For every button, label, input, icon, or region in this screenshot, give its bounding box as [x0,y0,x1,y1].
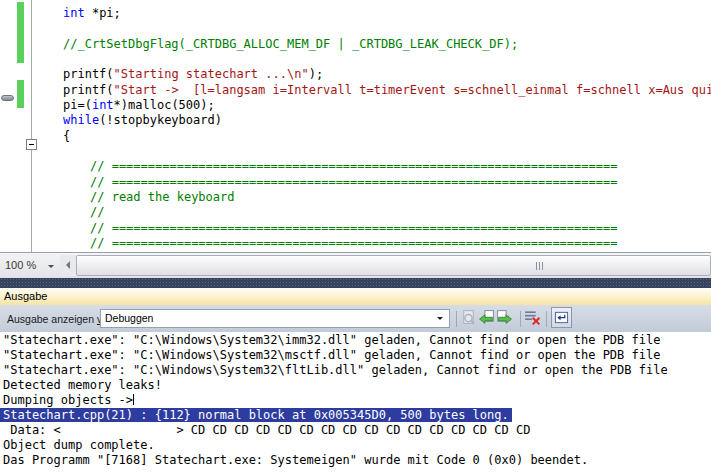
code-line[interactable]: // [63,205,711,220]
next-message-button[interactable] [496,309,513,326]
code-line[interactable]: // =====================================… [63,221,711,236]
scrollbar-grip-icon [536,262,543,270]
code-line[interactable]: pi=(int*)malloc(500); [63,98,711,113]
find-message-icon [460,309,477,326]
horizontal-scrollbar[interactable] [60,255,711,276]
output-panel-title: Ausgabe [4,290,47,302]
text-caret [133,394,134,405]
zoom-level-value: 100 % [5,259,36,271]
combobox-dropdown-icon[interactable] [434,311,448,326]
previous-message-button[interactable] [478,309,495,326]
zoom-level-select[interactable]: 100 % [0,254,58,277]
code-line[interactable]: int *pi; [63,6,711,21]
code-line[interactable]: while(!stopbykeyboard) [63,113,711,128]
output-line[interactable]: Statechart.cpp(21) : {112} normal block … [0,408,711,423]
word-wrap-toggle-button[interactable] [551,307,572,328]
code-line[interactable]: printf("Starting statechart ...\n"); [63,67,711,82]
code-editor[interactable]: int *pi;//_CrtSetDbgFlag(_CRTDBG_ALLOC_M… [0,0,711,252]
find-message-button [460,309,477,326]
breakpoint-margin-marker-icon [1,95,14,101]
toolbar-separator [546,311,547,327]
toolbar-separator [456,311,457,327]
output-line[interactable]: Data: < > CD CD CD CD CD CD CD CD CD CD … [0,423,711,438]
toolbar-separator [520,311,521,327]
code-line[interactable] [63,144,711,159]
output-line[interactable]: "Statechart.exe": "C:\Windows\System32\f… [0,363,711,378]
output-text-area: "Statechart.exe": "C:\Windows\System32\i… [0,332,711,472]
output-line[interactable]: Detected memory leaks! [0,378,711,393]
code-lines: int *pi;//_CrtSetDbgFlag(_CRTDBG_ALLOC_M… [63,6,711,251]
code-line[interactable] [63,21,711,36]
clear-all-button[interactable] [524,309,541,326]
previous-message-icon [478,309,495,326]
scroll-left-arrow-icon[interactable] [62,261,70,269]
word-wrap-icon [554,310,569,325]
collapse-region-icon[interactable] [26,139,37,150]
outlining-margin-line [31,0,32,252]
output-line[interactable]: "Statechart.exe": "C:\Windows\System32\m… [0,348,711,363]
code-line[interactable]: { [63,129,711,144]
output-line[interactable]: Das Programm "[7168] Statechart.exe: Sys… [0,453,711,468]
editor-bottom-bar: 100 % [0,252,711,278]
code-line[interactable]: // read the keyboard [63,190,711,205]
change-tracking-bar [17,2,24,63]
output-source-value: Debuggen [105,312,153,324]
output-source-combobox[interactable]: Debuggen [100,309,450,328]
vs-ide-window: int *pi;//_CrtSetDbgFlag(_CRTDBG_ALLOC_M… [0,0,711,472]
code-line[interactable]: // =====================================… [63,175,711,190]
code-line[interactable]: //_CrtSetDbgFlag(_CRTDBG_ALLOC_MEM_DF | … [63,37,711,52]
scrollbar-thumb[interactable] [76,255,711,276]
clear-all-icon [524,309,541,326]
code-line[interactable] [63,52,711,67]
code-line[interactable]: printf("Start -> [l=langsam i=Intervall … [63,83,711,98]
code-line[interactable]: // =====================================… [63,236,711,251]
chevron-down-icon [48,265,54,271]
output-line[interactable]: Dumping objects -> [0,393,711,408]
next-message-icon [496,309,513,326]
output-line[interactable]: "Statechart.exe": "C:\Windows\System32\i… [0,333,711,348]
code-line[interactable]: // =====================================… [63,159,711,174]
output-line[interactable]: Object dump complete. [0,438,711,453]
output-toolbar: Ausgabe anzeigen von: Debuggen [0,305,711,332]
change-tracking-bar [17,80,24,108]
output-panel-header[interactable]: Ausgabe [0,288,711,305]
window-background-band [0,278,711,288]
